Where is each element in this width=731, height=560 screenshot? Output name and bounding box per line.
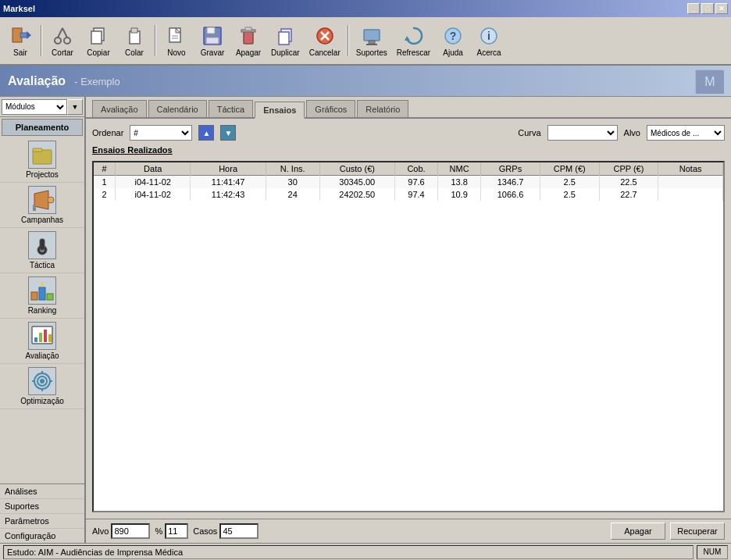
table-cell: 13.8: [438, 176, 481, 189]
casos-field: Casos: [193, 523, 259, 539]
ensaios-table-container: # Data Hora N. Ins.: [92, 161, 725, 512]
table-cell: 22.7: [599, 188, 658, 201]
col-header-grps[interactable]: GRPs: [481, 162, 540, 176]
svg-text:i: i: [487, 30, 490, 42]
suportes-sidebar-button[interactable]: Suportes: [0, 499, 84, 514]
campanhas-label: Campanhas: [21, 216, 63, 224]
minimize-button[interactable]: _: [687, 3, 700, 14]
col-header-nmc[interactable]: NMC: [438, 162, 481, 176]
tactica-label: Táctica: [30, 261, 55, 269]
sidebar-item-ranking[interactable]: Ranking: [0, 273, 84, 319]
col-header-hora[interactable]: Hora: [191, 162, 266, 176]
col-header-cob[interactable]: Cob.: [395, 162, 438, 176]
svg-point-4: [64, 37, 70, 44]
parametros-button[interactable]: Parâmetros: [0, 514, 84, 529]
sort-desc-button[interactable]: ▼: [220, 125, 236, 141]
tab-avaliacao[interactable]: Avaliação: [92, 100, 147, 117]
tab-graficos[interactable]: Gráficos: [306, 100, 355, 117]
svg-point-3: [55, 37, 61, 44]
svg-rect-49: [34, 337, 37, 342]
toolbar-sep-1: [41, 25, 42, 56]
col-header-hash[interactable]: #: [94, 162, 116, 176]
svg-marker-38: [34, 191, 48, 209]
curva-select[interactable]: [547, 125, 618, 141]
sidebar-search-button[interactable]: ▼: [67, 99, 83, 115]
about-icon: i: [478, 25, 500, 47]
sair-label: Sair: [13, 48, 27, 57]
alvo-select[interactable]: Médicos de ...: [647, 125, 725, 141]
sair-button[interactable]: Sair: [3, 20, 37, 62]
refrescar-button[interactable]: Refrescar: [393, 20, 434, 62]
cancelar-button[interactable]: Cancelar: [305, 20, 344, 62]
colar-label: Colar: [125, 48, 144, 57]
sort-asc-button[interactable]: ▲: [198, 125, 214, 141]
sair-icon: [9, 25, 31, 47]
table-cell: 11:42:43: [191, 188, 266, 201]
col-header-notas[interactable]: Notas: [658, 162, 723, 176]
casos-input[interactable]: [219, 523, 259, 539]
table-cell: 30345.00: [319, 176, 394, 189]
app-header: Avaliação - Exemplo M: [0, 66, 731, 97]
apagar-bottom-button[interactable]: Apagar: [611, 523, 665, 540]
tactica-icon: [28, 231, 56, 259]
copiar-label: Copiar: [87, 48, 109, 57]
acerca-button[interactable]: i Acerca: [472, 20, 506, 62]
cortar-label: Cortar: [52, 48, 73, 57]
pct-input[interactable]: [165, 523, 188, 539]
tab-relatorio[interactable]: Relatório: [357, 100, 408, 117]
tab-ensaios[interactable]: Ensaios: [255, 102, 305, 119]
ajuda-button[interactable]: ? Ajuda: [436, 20, 470, 62]
table-row[interactable]: 1i04-11-0211:41:473030345.0097.613.81346…: [94, 176, 723, 189]
optimizacao-icon: [28, 367, 56, 395]
table-cell: 1066.6: [481, 188, 540, 201]
sidebar-item-tactica[interactable]: Táctica: [0, 228, 84, 273]
recuperar-button[interactable]: Recuperar: [670, 523, 725, 540]
casos-label: Casos: [193, 526, 217, 536]
bottom-alvo-input[interactable]: [111, 523, 150, 539]
main-content: Módulos ▼ Planeamento Projectos: [0, 97, 731, 543]
ordenar-select[interactable]: #: [130, 125, 192, 141]
table-cell: [658, 176, 723, 189]
configuracao-button[interactable]: Configuração: [0, 529, 84, 543]
alvo-label: Alvo: [624, 128, 640, 137]
sidebar-section-planeamento: Planeamento: [2, 119, 83, 136]
duplicar-button[interactable]: Duplicar: [267, 20, 304, 62]
svg-marker-2: [27, 31, 31, 39]
title-bar-buttons: _ □ ✕: [687, 3, 728, 14]
modules-dropdown[interactable]: Módulos: [2, 99, 67, 115]
col-header-nins[interactable]: N. Ins.: [266, 162, 319, 176]
table-row[interactable]: 2i04-11-0211:42:432424202.5097.410.91066…: [94, 188, 723, 201]
copiar-button[interactable]: Copiar: [81, 20, 116, 62]
help-icon: ?: [442, 25, 464, 47]
maximize-button[interactable]: □: [701, 3, 714, 14]
close-button[interactable]: ✕: [715, 3, 728, 14]
table-header-row: # Data Hora N. Ins.: [94, 162, 723, 176]
novo-button[interactable]: Novo: [159, 20, 194, 62]
col-header-cpm[interactable]: CPM (€): [540, 162, 599, 176]
status-text: Estudo: AIM - Audiências de Imprensa Méd…: [3, 545, 694, 559]
colar-button[interactable]: Colar: [117, 20, 152, 62]
sidebar-item-projectos[interactable]: Projectos: [0, 137, 84, 183]
ranking-icon: [28, 276, 56, 305]
avaliacao-icon: [28, 322, 56, 350]
analises-button[interactable]: Análises: [0, 484, 84, 499]
col-header-data[interactable]: Data: [116, 162, 191, 176]
content-panel: Avaliação Calendário Táctica Ensaios Grá…: [86, 97, 731, 543]
svg-marker-29: [405, 36, 410, 41]
sidebar-item-optimizacao[interactable]: Optimização: [0, 364, 84, 409]
tab-calendario[interactable]: Calendário: [148, 100, 207, 117]
projectos-icon: [28, 141, 56, 169]
refresh-icon: [402, 25, 424, 47]
sidebar-item-campanhas[interactable]: Campanhas: [0, 183, 84, 228]
tab-tactica[interactable]: Táctica: [209, 100, 253, 117]
gravar-button[interactable]: Gravar: [195, 20, 230, 62]
col-header-cpp[interactable]: CPP (€): [599, 162, 658, 176]
curva-label: Curva: [518, 128, 540, 137]
suportes-button[interactable]: Suportes: [352, 20, 391, 62]
status-bar: Estudo: AIM - Audiências de Imprensa Méd…: [0, 543, 731, 560]
apagar-button[interactable]: Apagar: [231, 20, 266, 62]
sidebar-item-avaliacao[interactable]: Avaliação: [0, 319, 84, 364]
paste-icon: [123, 25, 145, 47]
cortar-button[interactable]: Cortar: [45, 20, 80, 62]
col-header-custo[interactable]: Custo (€): [319, 162, 394, 176]
